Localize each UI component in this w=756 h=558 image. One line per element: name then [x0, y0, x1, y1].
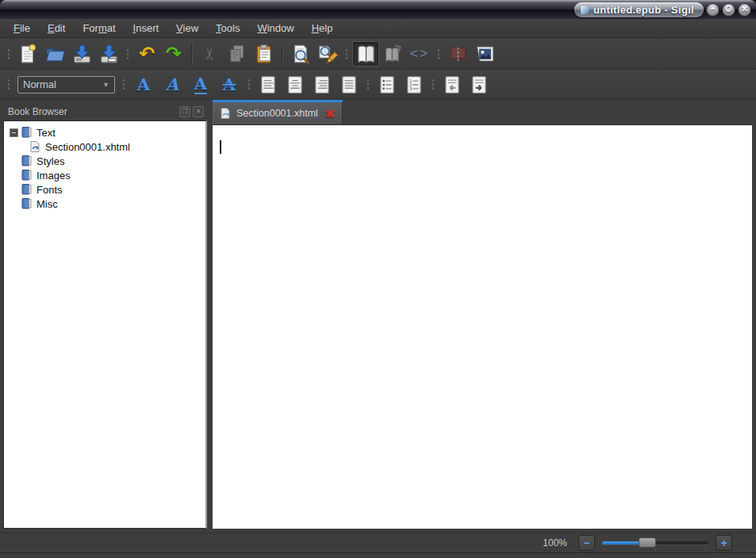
- align-center-button[interactable]: [282, 72, 309, 97]
- menu-edit[interactable]: Edit: [39, 20, 74, 36]
- tree-item-misc[interactable]: Misc: [4, 197, 205, 211]
- menu-insert[interactable]: Insert: [125, 20, 168, 36]
- panel-splitter[interactable]: [207, 100, 213, 533]
- find-button[interactable]: [287, 41, 314, 67]
- xhtml-document-icon: [29, 140, 41, 153]
- indent-icon: [469, 74, 489, 96]
- text-editor[interactable]: [213, 124, 752, 529]
- tree-item-fonts[interactable]: Fonts: [4, 182, 205, 197]
- italic-button[interactable]: A: [158, 73, 186, 97]
- bold-button[interactable]: A: [129, 73, 158, 97]
- find-replace-button[interactable]: [314, 41, 341, 67]
- maximize-button[interactable]: O: [722, 3, 735, 17]
- align-right-button[interactable]: [309, 72, 336, 97]
- close-button[interactable]: ✕: [738, 3, 751, 17]
- heading-style-select[interactable]: Normal ▼: [17, 76, 115, 94]
- outdent-button[interactable]: [439, 72, 466, 97]
- toolbar-separator: [121, 78, 126, 90]
- new-button[interactable]: [14, 41, 41, 67]
- code-view-button[interactable]: <>: [406, 41, 433, 67]
- main-area: Book Browser ❐ ✕ Text: [0, 100, 756, 533]
- save-as-button[interactable]: [95, 41, 122, 67]
- tree-item-section0001[interactable]: Section0001.xhtml: [4, 140, 205, 154]
- find-replace-icon: [317, 44, 339, 65]
- open-button[interactable]: [41, 41, 68, 67]
- folder-icon: [20, 183, 33, 196]
- toolbar-separator: [344, 48, 349, 60]
- tab-close-icon[interactable]: ✖: [325, 108, 336, 120]
- tab-section0001[interactable]: Section0001.xhtml ✖: [213, 102, 343, 124]
- bullet-list-icon: [377, 74, 397, 96]
- align-right-icon: [312, 74, 332, 96]
- tree-item-label: Images: [36, 170, 71, 182]
- book-browser-tree: Text Section0001.xhtml: [3, 120, 207, 529]
- underline-icon: A: [194, 75, 207, 94]
- align-left-button[interactable]: [255, 72, 282, 97]
- menu-view[interactable]: View: [167, 20, 207, 36]
- paste-button[interactable]: [251, 41, 278, 67]
- folder-icon: [20, 169, 33, 182]
- app-icon: [581, 6, 589, 14]
- close-panel-button[interactable]: ✕: [193, 106, 204, 117]
- title-area: untitled.epub - Sigil: [574, 2, 704, 17]
- book-view-button[interactable]: [352, 41, 379, 67]
- open-folder-icon: [44, 44, 66, 64]
- toolbar-separator: [282, 44, 283, 64]
- window-controls: – O ✕: [706, 3, 751, 17]
- menu-format[interactable]: Format: [74, 20, 124, 36]
- toolbar-separator: [247, 78, 251, 90]
- copy-button[interactable]: [224, 41, 251, 67]
- toolbar-drag-handle[interactable]: [6, 48, 11, 60]
- minimize-button[interactable]: –: [706, 3, 720, 17]
- zoom-slider[interactable]: [602, 535, 708, 551]
- toolbar-separator: [436, 48, 441, 60]
- editor-pane: Section0001.xhtml ✖: [213, 100, 752, 529]
- chapter-break-icon: [447, 44, 469, 64]
- menu-file[interactable]: File: [5, 20, 39, 36]
- redo-button[interactable]: ↷: [160, 41, 187, 67]
- zoom-out-button[interactable]: −: [578, 535, 595, 551]
- toolbar-separator: [431, 78, 436, 90]
- menu-help[interactable]: Help: [303, 20, 342, 36]
- align-center-icon: [285, 74, 305, 96]
- cut-button[interactable]: ✂: [197, 41, 224, 67]
- heading-style-value: Normal: [23, 78, 56, 90]
- menu-window[interactable]: Window: [248, 20, 302, 36]
- menu-tools[interactable]: Tools: [207, 20, 248, 36]
- numbered-list-button[interactable]: 1 2 3: [401, 72, 428, 97]
- zoom-in-button[interactable]: +: [716, 535, 732, 551]
- strikethrough-icon: A: [223, 76, 236, 93]
- indent-button[interactable]: [466, 72, 493, 97]
- toolbar-separator: [366, 78, 370, 90]
- slider-handle[interactable]: [639, 537, 656, 548]
- folder-icon: [20, 155, 33, 167]
- align-left-icon: [258, 74, 278, 96]
- bullet-list-button[interactable]: [374, 72, 401, 97]
- save-as-icon: [98, 44, 120, 64]
- tree-item-label: Text: [36, 127, 56, 139]
- title-bar[interactable]: untitled.epub - Sigil – O ✕: [0, 0, 756, 19]
- undo-button[interactable]: ↶: [133, 41, 160, 67]
- zoom-level-label: 100%: [543, 537, 567, 548]
- save-button[interactable]: [68, 41, 95, 67]
- underline-button[interactable]: A: [186, 73, 215, 97]
- copy-icon: [227, 44, 248, 64]
- toolbar-drag-handle[interactable]: [6, 78, 11, 90]
- insert-image-button[interactable]: [471, 41, 498, 67]
- tree-item-label: Styles: [36, 155, 64, 167]
- split-view-button[interactable]: [379, 41, 406, 67]
- tree-item-styles[interactable]: Styles: [4, 154, 205, 168]
- sigil-window: untitled.epub - Sigil – O ✕ File Edit Fo…: [0, 0, 756, 558]
- book-browser-panel: Book Browser ❐ ✕ Text: [3, 103, 207, 529]
- float-panel-button[interactable]: ❐: [179, 106, 190, 117]
- strikethrough-button[interactable]: A: [215, 73, 244, 97]
- justify-button[interactable]: [336, 72, 363, 97]
- code-view-icon: <>: [410, 46, 429, 62]
- chapter-break-button[interactable]: [444, 41, 471, 67]
- tree-item-label: Section0001.xhtml: [45, 141, 130, 153]
- tree-item-images[interactable]: Images: [4, 168, 205, 182]
- tree-item-text[interactable]: Text: [4, 125, 205, 140]
- folder-icon: [20, 126, 33, 139]
- book-browser-header: Book Browser ❐ ✕: [3, 103, 207, 120]
- collapse-toggle-icon[interactable]: [10, 128, 18, 137]
